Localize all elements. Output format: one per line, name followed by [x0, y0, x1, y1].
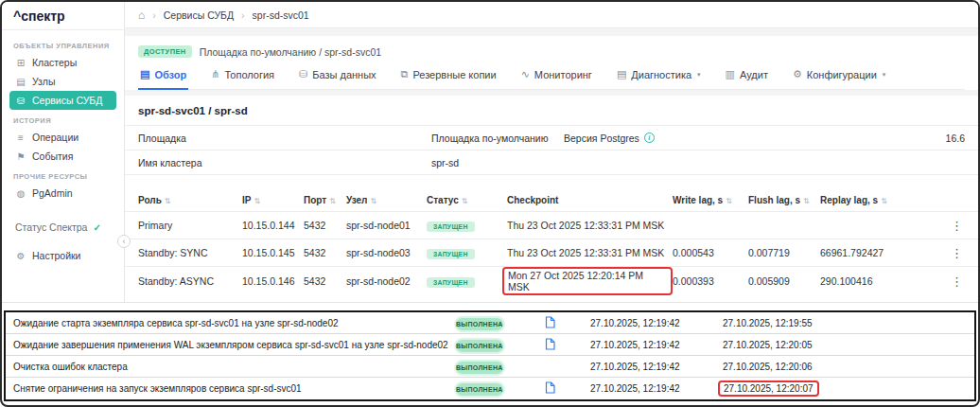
tab-monitoring[interactable]: ∿ Мониторинг	[519, 68, 594, 89]
page-title: spr-sd-svc01 / spr-sd	[125, 96, 978, 126]
cluster-name-value: spr-sd	[431, 157, 564, 168]
collapse-chevron-icon: ‹	[123, 237, 126, 246]
flush-lag-cell: 0.007719	[748, 247, 820, 258]
sidebar-body: ОБЪЕКТЫ УПРАВЛЕНИЯ ⊞ Кластеры ▤ Узлы ⛁ С…	[2, 30, 124, 270]
status-cell: ЗАПУЩЕН	[427, 247, 507, 259]
operation-description: Снятие ограничения на запуск экземпляров…	[13, 383, 450, 394]
cluster-name-label: Имя кластера	[138, 157, 431, 168]
tab-configurations[interactable]: ⚙ Конфигурации ▾	[791, 68, 887, 89]
log-document-icon[interactable]	[545, 338, 555, 350]
pgadmin-icon: ◍	[15, 188, 26, 199]
sort-icon: ⇅	[370, 197, 376, 205]
tab-label: Диагностика	[631, 69, 691, 80]
operation-started-at: 27.10.2025, 12:19:42	[573, 340, 715, 350]
column-header-role[interactable]: Роль⇅	[138, 195, 242, 205]
topology-icon: ⋔	[211, 68, 219, 80]
column-header-status[interactable]: Статус⇅	[427, 195, 507, 205]
checkpoint-cell: Mon 27 Oct 2025 12:20:14 PM MSK	[507, 267, 673, 295]
events-flag-icon: ⚑	[15, 151, 26, 162]
overview-doc-icon: ▤	[140, 68, 149, 80]
breadcrumb-item-current: spr-sd-svc01	[253, 9, 309, 21]
ip-cell: 10.15.0.146	[242, 275, 304, 287]
port-cell: 5432	[304, 247, 346, 258]
sidebar-item-dbms-services[interactable]: ⛁ Сервисы СУБД	[9, 91, 116, 110]
row-menu-kebab-icon[interactable]: ⋮	[924, 219, 965, 233]
sidebar-section-title-history: ИСТОРИЯ	[13, 116, 113, 125]
tab-topology[interactable]: ⋔ Топология	[209, 68, 276, 89]
table-row: Standby: SYNC 10.15.0.145 5432 spr-sd-no…	[125, 239, 978, 266]
breadcrumb: ⌂ › Сервисы СУБД › spr-sd-svc01	[125, 2, 978, 28]
sort-icon: ⇅	[165, 197, 171, 205]
sidebar-item-nodes[interactable]: ▤ Узлы	[9, 72, 116, 91]
chevron-down-icon: ▾	[697, 71, 701, 79]
sidebar-item-label: События	[32, 150, 73, 162]
tab-backups[interactable]: ⧉ Резервные копии	[399, 68, 499, 89]
tab-audit[interactable]: ▥ Аудит	[724, 68, 770, 89]
flush-lag-cell: 0.005909	[748, 275, 820, 287]
tab-overview[interactable]: ▤ Обзор	[138, 68, 188, 89]
ip-cell: 10.15.0.144	[242, 220, 304, 231]
log-document-icon[interactable]	[545, 316, 555, 328]
service-overview-card: spr-sd-svc01 / spr-sd Площадка Площадка …	[125, 96, 978, 302]
collapse-sidebar-button[interactable]: ‹	[117, 235, 131, 248]
table-row: Primary 10.15.0.144 5432 spr-sd-node01 З…	[125, 211, 978, 239]
operation-finished-at: 27.10.2025, 12:20:06	[715, 362, 866, 372]
app-logo: ^спектр	[2, 2, 124, 30]
tab-label: Базы данных	[312, 69, 376, 80]
sidebar-item-label: Кластеры	[32, 57, 77, 68]
operation-status-badge: ВЫПОЛНЕНА	[456, 340, 503, 352]
config-gear-icon: ⚙	[793, 68, 802, 80]
tab-label: Обзор	[154, 69, 186, 80]
sidebar-item-label: Настройки	[32, 250, 81, 261]
monitoring-chart-icon: ∿	[521, 68, 530, 80]
sidebar-item-pgadmin[interactable]: ◍ PgAdmin	[9, 184, 116, 203]
column-header-port[interactable]: Порт⇅	[304, 195, 346, 205]
tab-label: Мониторинг	[534, 69, 592, 80]
database-icon: ⛁	[15, 96, 26, 106]
column-header-ip[interactable]: IP⇅	[242, 195, 304, 205]
operation-started-at: 27.10.2025, 12:19:42	[573, 362, 715, 372]
databases-icon: ⛁	[299, 68, 307, 80]
sort-icon: ⇅	[881, 197, 887, 205]
replay-lag-cell: 290.100416	[820, 275, 924, 287]
service-tabs: ▤ Обзор ⋔ Топология ⛁ Базы данных ⧉ Резе…	[138, 68, 965, 90]
site-label: Площадка	[138, 133, 431, 144]
service-location-path: Площадка по-умолчанию / spr-sd-svc01	[200, 46, 381, 58]
breadcrumb-item-services[interactable]: Сервисы СУБД	[164, 9, 234, 21]
sidebar-item-events[interactable]: ⚑ События	[9, 147, 116, 166]
sidebar-item-settings[interactable]: ⚙ Настройки	[9, 246, 116, 265]
log-document-icon[interactable]	[545, 381, 555, 394]
column-header-replay-lag[interactable]: Replay lag, s⇅	[820, 195, 924, 205]
sidebar-item-operations[interactable]: ≡ Операции	[9, 128, 116, 147]
column-header-node[interactable]: Узел⇅	[346, 195, 427, 205]
sort-icon: ⇅	[329, 197, 336, 205]
operation-status-badge: ВЫПОЛНЕНА	[456, 318, 503, 330]
tab-diagnostics[interactable]: ▤ Диагностика ▾	[615, 68, 703, 89]
operation-finished-at: 27.10.2025, 12:20:07	[715, 380, 866, 397]
status-cell: ЗАПУЩЕН	[427, 220, 507, 232]
tab-label: Конфигурации	[807, 69, 877, 80]
sort-icon: ⇅	[462, 197, 468, 205]
operation-description: Ожидание старта экземпляра сервиса spr-s…	[13, 318, 450, 328]
table-row: Standby: ASYNC 10.15.0.146 5432 spr-sd-n…	[125, 266, 978, 293]
column-header-write-lag[interactable]: Write lag, s⇅	[673, 195, 748, 205]
row-menu-kebab-icon[interactable]: ⋮	[924, 274, 965, 289]
service-status-row: ДОСТУПЕН Площадка по-умолчанию / spr-sd-…	[138, 45, 965, 58]
row-menu-kebab-icon[interactable]: ⋮	[924, 246, 965, 260]
tab-databases[interactable]: ⛁ Базы данных	[297, 68, 378, 89]
postgres-version-value: 16.6	[946, 133, 965, 144]
list-item: Ожидание завершения применения WAL экзем…	[6, 334, 974, 356]
status-badge: ЗАПУЩЕН	[427, 221, 475, 232]
status-cell: ЗАПУЩЕН	[427, 275, 507, 288]
column-header-flush-lag[interactable]: Flush lag, s⇅	[748, 195, 820, 205]
settings-gear-icon: ⚙	[15, 251, 26, 261]
sidebar-item-clusters[interactable]: ⊞ Кластеры	[9, 53, 116, 72]
home-icon[interactable]: ⌂	[138, 9, 145, 22]
status-badge: ЗАПУЩЕН	[427, 249, 475, 259]
spectr-status[interactable]: Статус Спектра ✓	[15, 221, 111, 233]
main-area: ⌂ › Сервисы СУБД › spr-sd-svc01 ДОСТУПЕН…	[125, 2, 978, 302]
screenshot-frame: ^спектр ОБЪЕКТЫ УПРАВЛЕНИЯ ⊞ Кластеры ▤ …	[0, 0, 980, 407]
info-icon[interactable]: i	[644, 133, 655, 143]
sidebar-item-label: PgAdmin	[32, 187, 73, 199]
nodes-icon: ▤	[15, 77, 26, 87]
